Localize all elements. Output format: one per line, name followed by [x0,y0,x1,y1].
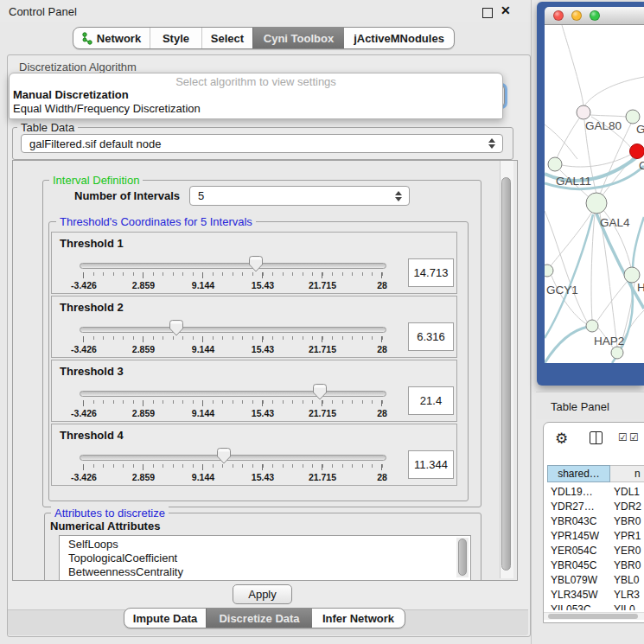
threshold-value-field[interactable]: 6.316 [408,322,454,351]
network-edge[interactable] [597,281,628,321]
top-tab-bar: NetworkStyleSelectCyni ToolboxjActiveMNo… [73,27,455,49]
tab-network[interactable]: Network [73,28,150,48]
network-node-hap2[interactable] [586,320,598,332]
gear-icon[interactable]: ⚙ [555,430,568,448]
numerical-attributes-list[interactable]: SelfLoopsTopologicalCoefficientBetweenne… [59,535,471,581]
network-window-titlebar[interactable] [545,7,644,25]
zoom-traffic-light-icon[interactable] [590,10,600,21]
table-header-n[interactable]: n [610,465,644,482]
checkbox-icon[interactable]: ☑ [629,431,639,443]
table-row[interactable]: YER054CYER0 [544,543,644,558]
table-panel-title: Table Panel [551,400,609,413]
network-node-c[interactable] [630,144,644,159]
network-edge-highlighted[interactable] [545,327,588,363]
network-node-gcy1[interactable] [545,265,553,277]
table-row[interactable]: YDL19…YDL1 [544,484,644,499]
network-edge[interactable] [591,214,595,320]
table-row[interactable]: YDR27…YDR2 [544,499,644,513]
table-data-combobox[interactable]: galFiltered.sif default node [21,134,503,153]
tab-label: Style [163,32,189,45]
minimize-traffic-light-icon[interactable] [571,10,582,21]
tab-cyni-toolbox[interactable]: Cyni Toolbox [252,28,344,48]
network-edge[interactable] [545,124,577,159]
attribute-item-selfloops[interactable]: SelfLoops [68,538,118,551]
tab-label: Discretize Data [219,612,299,625]
attribute-item-topologicalcoefficient[interactable]: TopologicalCoefficient [68,552,177,564]
tab-discretize-data[interactable]: Discretize Data [206,609,312,628]
slider-thumb[interactable] [249,256,263,272]
threshold-label: Threshold 4 [60,429,124,442]
apply-button[interactable]: Apply [233,584,292,604]
table-row[interactable]: YBR043CYBR0 [544,513,644,528]
slider-tick-label: 21.715 [309,344,336,354]
table-row[interactable]: YBR045CYBR0 [544,558,644,572]
attribute-item-betweennesscentrality[interactable]: BetweennessCentrality [68,565,183,578]
tab-style[interactable]: Style [150,28,201,48]
slider-track[interactable] [80,391,386,397]
table-cell-name: YBL0 [614,574,639,586]
slider-track[interactable] [80,263,386,269]
slider-tick-label: 28 [377,280,387,290]
slider-tick-label: -3.426 [71,408,97,418]
table-row[interactable]: YPR145WYPR1 [544,528,644,543]
network-node-label: GAL [636,123,644,136]
tab-infer-network[interactable]: Infer Network [312,609,405,628]
slider-thumb[interactable] [217,448,231,464]
slider-tick-label: -3.426 [71,472,97,482]
network-node[interactable] [611,347,623,359]
table-cell-shared-name: YBR043C [551,515,596,527]
network-node-gal[interactable] [626,110,640,124]
num-intervals-combobox[interactable]: 5 [189,186,410,206]
attributes-group-title: Attributes to discretize [51,507,169,520]
network-node-label: GAL80 [585,119,622,132]
network-node-gal11[interactable] [548,157,562,171]
table-row[interactable]: YLR345WYLR3 [544,587,644,602]
algorithm-dropdown-popup: Select algorithm to view settings Manual… [9,73,503,119]
table-cell-name: YBR0 [614,559,641,571]
algorithm-group-title: Discretization Algorithm [19,61,137,73]
attributes-scrollbar[interactable] [456,538,469,577]
network-edge[interactable] [600,214,617,347]
split-columns-icon[interactable] [590,431,603,444]
threshold-value-field[interactable]: 21.4 [408,386,454,415]
slider-thumb[interactable] [313,384,327,400]
network-edge[interactable] [562,25,583,105]
algorithm-option-equal-width-frequency-discretization[interactable]: Equal Width/Frequency Discretization [13,102,201,115]
threshold-panel-2: Threshold 2-3.4262.8599.14415.4321.71528… [51,296,457,358]
algorithm-option-manual-discretization[interactable]: Manual Discretization [13,88,129,101]
table-hscrollbar-thumb[interactable] [548,614,638,619]
network-canvas[interactable]: GAL80GALCGAL11GAL4GCY1HHAP2 [545,25,644,363]
tab-jactivemnodules[interactable]: jActiveMNodules [344,28,454,48]
network-edge[interactable] [584,77,644,106]
network-edge-highlighted[interactable] [633,217,644,269]
threshold-value-field[interactable]: 11.344 [408,450,454,479]
num-intervals-value: 5 [198,189,204,202]
close-traffic-light-icon[interactable] [553,10,564,21]
threshold-value-field[interactable]: 14.713 [408,258,454,287]
slider-thumb[interactable] [169,320,183,336]
float-window-icon[interactable] [482,8,493,18]
attributes-scrollbar-thumb[interactable] [458,539,467,576]
table-row[interactable]: YBL079WYBL0 [544,572,644,587]
slider-ticks-major [83,464,383,470]
network-node-gal4[interactable] [586,193,607,214]
table-header-shared[interactable]: shared… [547,465,610,482]
checkbox-icon[interactable]: ☑ [618,431,628,443]
network-node-gal80[interactable] [577,105,590,119]
network-node-label: GAL4 [600,216,630,229]
tab-label: Infer Network [322,612,394,625]
slider-track[interactable] [80,327,386,333]
network-edge[interactable] [562,155,630,167]
table-row[interactable]: YIL053CYIL0 [544,602,644,610]
tab-select[interactable]: Select [201,28,252,48]
slider-track[interactable] [80,455,386,461]
panel-scrollbar-thumb[interactable] [501,177,511,571]
network-icon [82,32,92,45]
tab-impute-data[interactable]: Impute Data [124,609,206,628]
table-hscrollbar[interactable] [544,612,644,620]
close-icon[interactable]: ✕ [501,3,511,17]
table-cell-shared-name: YER054C [551,545,596,557]
network-edge[interactable] [590,115,626,117]
panel-splitter[interactable] [531,0,532,644]
panel-title: Control Panel [9,5,77,18]
